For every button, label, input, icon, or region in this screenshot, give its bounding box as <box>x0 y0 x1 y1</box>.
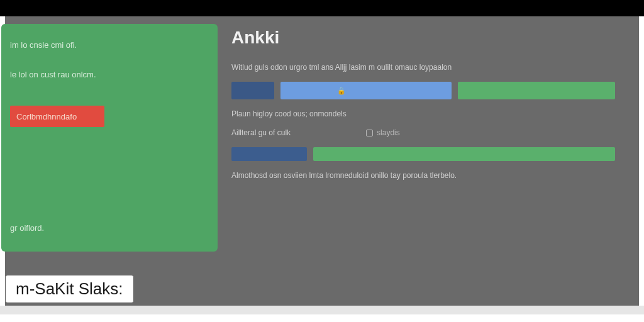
bottom-strip <box>0 306 644 314</box>
progress-segment-dark[interactable] <box>231 82 274 99</box>
panel-text-3: gr oiflord. <box>10 223 204 233</box>
progress-segment-green-2[interactable] <box>313 147 615 161</box>
workspace: im lo cnsle cmi ofi. le lol on cust rau … <box>5 16 639 306</box>
field-sub: slaydis <box>366 128 400 137</box>
panel-text-1: im lo cnsle cmi ofi. <box>10 40 204 50</box>
progress-row-1: 🔒 <box>231 82 628 99</box>
progress-segment-green[interactable] <box>458 82 615 99</box>
primary-action-button[interactable]: Corlbmdhnndafo <box>10 106 104 127</box>
field-row: Aillteral gu of culk slaydis <box>231 128 628 137</box>
app-title: Ankki <box>231 28 628 48</box>
description-1: Witlud guls odon urgro tml ans Alljj las… <box>231 63 628 72</box>
field-sub-label: slaydis <box>377 128 400 137</box>
lock-icon: 🔒 <box>337 87 346 95</box>
footer-label-text: m-SaKit Slaks: <box>16 279 123 298</box>
description-2: Almothosd osn osviien lmta lromneduloid … <box>231 171 628 180</box>
field-label: Aillteral gu of culk <box>231 128 291 137</box>
button-label: Corlbmdhnndafo <box>16 112 77 121</box>
progress-row-2 <box>231 147 628 161</box>
progress-segment-light[interactable]: 🔒 <box>280 82 452 99</box>
info-panel: im lo cnsle cmi ofi. le lol on cust rau … <box>1 24 218 252</box>
panel-text-2: le lol on cust rau onlcm. <box>10 70 204 79</box>
footer-label[interactable]: m-SaKit Slaks: <box>5 275 134 303</box>
prompt-1: Plaun higloy cood ous; onmondels <box>231 109 628 118</box>
progress-segment-dark-2[interactable] <box>231 147 307 161</box>
titlebar <box>0 0 644 16</box>
main-content: Ankki Witlud guls odon urgro tml ans All… <box>231 28 628 190</box>
checkbox-icon[interactable] <box>366 130 373 136</box>
